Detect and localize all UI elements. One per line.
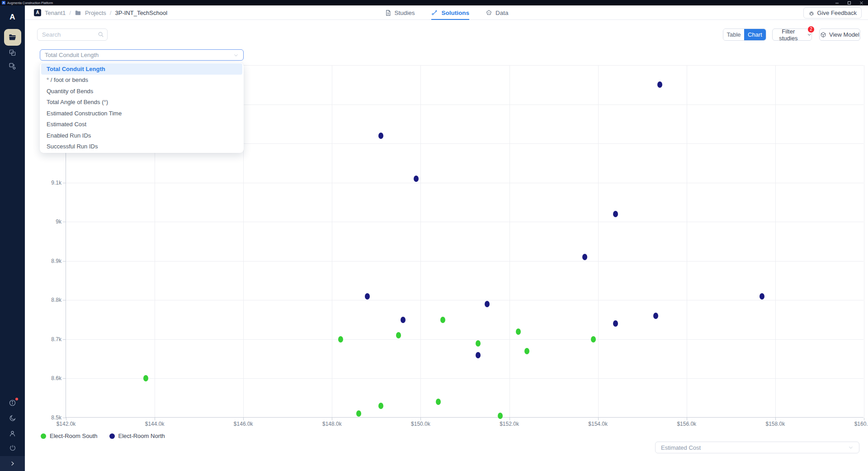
scatter-point[interactable]	[143, 375, 148, 381]
x-tick-label: $142.0k	[46, 421, 86, 427]
metric-option[interactable]: ° / foot or bends	[41, 75, 242, 86]
scatter-point[interactable]	[338, 336, 343, 343]
sidebar-item-notifications[interactable]	[0, 399, 25, 407]
expand-sidebar-button[interactable]	[0, 456, 25, 471]
y-tick-label: 8.7k	[40, 336, 61, 343]
gridline-vertical	[420, 65, 421, 417]
x-tick	[598, 418, 599, 420]
breadcrumb-tenant[interactable]: Tenant1	[45, 10, 66, 16]
scatter-point[interactable]	[440, 317, 445, 323]
gridline-horizontal	[66, 261, 863, 262]
close-button[interactable]	[859, 1, 863, 5]
gridline-vertical	[687, 65, 687, 417]
sidebar-item-dark-mode[interactable]	[0, 414, 25, 422]
scatter-point[interactable]	[378, 133, 383, 139]
gridline-vertical	[509, 65, 510, 417]
tab-solutions[interactable]: Solutions	[431, 5, 470, 20]
maximize-button[interactable]	[847, 1, 851, 5]
sidebar-item-projects[interactable]	[4, 29, 21, 46]
scatter-point[interactable]	[401, 317, 406, 323]
view-model-button[interactable]: View Model	[819, 29, 860, 41]
x-tick-label: $150.0k	[400, 421, 441, 427]
scatter-point[interactable]	[356, 410, 361, 417]
x-metric-value: Estimated Cost	[661, 444, 701, 451]
x-tick	[332, 418, 332, 420]
filter-count-badge: 2	[808, 26, 814, 33]
scatter-point[interactable]	[613, 211, 618, 217]
gridline-horizontal	[66, 339, 863, 340]
scatter-point[interactable]	[498, 413, 503, 419]
sidebar: A	[0, 5, 25, 471]
window-title: Augmenta Construction Platform	[7, 1, 53, 5]
gridline-vertical	[775, 65, 776, 417]
sidebar-item-pipeline[interactable]	[0, 62, 25, 70]
metric-option[interactable]: Quantity of Bends	[41, 86, 242, 97]
tab-data[interactable]: Data	[486, 5, 509, 20]
x-tick	[864, 418, 864, 420]
y-tick	[63, 222, 66, 222]
legend-item[interactable]: Elect-Room North	[109, 433, 165, 439]
breadcrumb-projects[interactable]: Projects	[85, 10, 106, 16]
legend-label: Elect-Room North	[118, 433, 165, 439]
metric-option[interactable]: Enabled Run IDs	[41, 130, 242, 141]
metric-option[interactable]: Total Angle of Bends (°)	[41, 97, 242, 108]
x-tick-label: $160.0k	[844, 421, 868, 427]
tenant-logo-icon: A	[34, 9, 41, 16]
sidebar-item-profile[interactable]	[0, 430, 25, 438]
y-tick	[63, 418, 66, 418]
metric-option[interactable]: Estimated Cost	[41, 119, 242, 130]
give-feedback-button[interactable]: Give Feedback	[803, 7, 862, 19]
legend-item[interactable]: Elect-Room South	[41, 433, 98, 439]
scatter-point[interactable]	[653, 313, 658, 319]
y-tick-label: 8.6k	[40, 375, 61, 381]
table-chart-toggle: Table Chart	[723, 29, 766, 41]
x-metric-select[interactable]: Estimated Cost	[655, 442, 859, 453]
scatter-point[interactable]	[378, 403, 383, 409]
minimize-button[interactable]	[835, 1, 839, 5]
scatter-point[interactable]	[436, 399, 441, 405]
layers-icon	[9, 49, 16, 57]
breadcrumb-separator: /	[110, 10, 112, 16]
chart-toggle-button[interactable]: Chart	[744, 29, 766, 40]
y-tick	[63, 183, 66, 183]
scatter-point[interactable]	[516, 328, 521, 335]
bug-icon	[808, 10, 815, 16]
y-tick	[63, 261, 66, 262]
metric-option[interactable]: Estimated Construction Time	[41, 108, 242, 119]
chevron-down-icon	[848, 445, 854, 450]
folder-icon	[75, 10, 81, 16]
legend-swatch	[41, 433, 46, 439]
table-toggle-button[interactable]: Table	[723, 29, 744, 40]
cube-icon	[820, 32, 826, 38]
y-metric-select[interactable]: Total Conduit Length	[40, 49, 244, 61]
breadcrumb-separator: /	[69, 10, 71, 16]
scatter-point[interactable]	[414, 176, 419, 182]
scatter-point[interactable]	[485, 301, 490, 307]
scatter-point[interactable]	[760, 293, 764, 300]
filter-studies-button[interactable]: Filter studies 2	[772, 29, 812, 41]
scatter-point[interactable]	[524, 348, 529, 354]
y-tick-label: 8.5k	[40, 414, 61, 421]
scatter-point[interactable]	[396, 332, 401, 338]
moon-icon	[9, 414, 16, 422]
search-input[interactable]	[37, 29, 108, 41]
metric-option[interactable]: Successful Run IDs	[41, 141, 242, 152]
x-tick-label: $156.0k	[666, 421, 707, 427]
scatter-point[interactable]	[476, 340, 481, 347]
scatter-point[interactable]	[613, 320, 618, 327]
main-tabs: Studies Solutions Data	[384, 5, 508, 20]
tab-studies[interactable]: Studies	[384, 5, 415, 20]
y-metric-dropdown: Total Conduit Length° / foot or bendsQua…	[40, 62, 244, 153]
scatter-point[interactable]	[476, 352, 481, 358]
minimize-icon	[835, 1, 839, 5]
scatter-point[interactable]	[582, 254, 587, 260]
sidebar-item-layers[interactable]	[0, 49, 25, 57]
x-tick	[66, 418, 66, 420]
scatter-point[interactable]	[365, 293, 370, 300]
pipeline-icon	[9, 62, 16, 70]
sidebar-item-logout[interactable]	[0, 444, 25, 452]
gridline-horizontal	[66, 300, 863, 300]
scatter-point[interactable]	[591, 336, 596, 343]
metric-option[interactable]: Total Conduit Length	[41, 63, 242, 75]
scatter-point[interactable]	[657, 81, 662, 88]
